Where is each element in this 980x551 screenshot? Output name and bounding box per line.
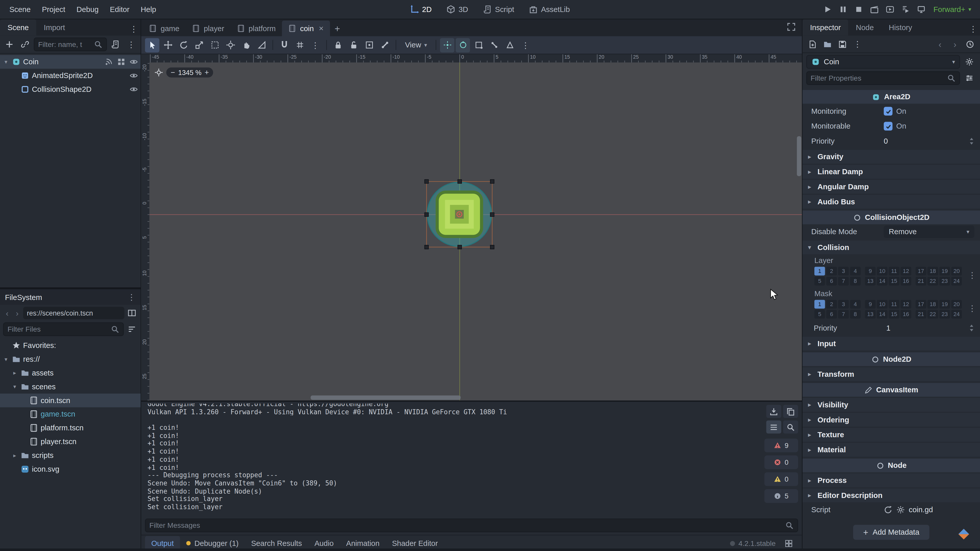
vertical-scrollbar[interactable] — [797, 62, 801, 394]
eye-icon[interactable] — [129, 57, 138, 66]
expand-arrow-icon[interactable]: ▾ — [3, 59, 10, 65]
mask-bit-22[interactable]: 22 — [928, 310, 938, 319]
pause-button[interactable] — [836, 2, 851, 17]
resize-handle[interactable] — [490, 179, 494, 184]
file-filter-input[interactable] — [7, 326, 108, 333]
resize-handle[interactable] — [425, 213, 429, 217]
select-tool-button[interactable] — [145, 38, 159, 52]
number-field[interactable]: 0 — [884, 137, 974, 145]
dropdown-disable-mode[interactable]: Remove▾ — [884, 225, 974, 238]
layer-bit-14[interactable]: 14 — [877, 277, 888, 286]
layer-bit-3[interactable]: 3 — [838, 267, 849, 275]
add-metadata-button[interactable]: +Add Metadata — [853, 525, 929, 540]
resize-handle[interactable] — [425, 179, 429, 184]
file-row-scripts[interactable]: ▸scripts — [0, 448, 141, 462]
property-filter-input[interactable] — [811, 74, 944, 82]
file-row-platform-tscn[interactable]: platform.tscn — [0, 421, 141, 435]
layer-bit-24[interactable]: 24 — [951, 277, 962, 286]
layer-bit-22[interactable]: 22 — [928, 277, 938, 286]
layer-bit-18[interactable]: 18 — [928, 267, 938, 275]
object-history-button[interactable] — [963, 37, 977, 51]
checkbox-checked[interactable] — [884, 107, 892, 116]
scale-tool-button[interactable] — [192, 38, 206, 52]
file-row-assets[interactable]: ▸assets — [0, 366, 141, 380]
rect-select-tool-button[interactable] — [207, 38, 222, 52]
layer-bit-7[interactable]: 7 — [838, 277, 849, 286]
layer-bit-17[interactable]: 17 — [916, 267, 926, 275]
mask-bit-18[interactable]: 18 — [928, 300, 938, 309]
grid-snap-button[interactable] — [293, 38, 307, 52]
center-view-icon[interactable] — [154, 68, 163, 77]
view-menu-button[interactable]: View▾ — [400, 38, 432, 52]
mask-bit-4[interactable]: 4 — [850, 300, 861, 309]
scene-tab-coin[interactable]: coin× — [282, 21, 330, 36]
file-row-coin-tscn[interactable]: coin.tscn — [0, 394, 141, 407]
file-row-favorites[interactable]: Favorites: — [0, 338, 141, 352]
sort-files-button[interactable] — [126, 322, 138, 336]
scene-filter-box[interactable] — [34, 38, 107, 51]
toggle-scale-button[interactable] — [471, 38, 486, 52]
layer-bit-5[interactable]: 5 — [815, 277, 825, 286]
inspector-group-input[interactable]: ▸Input — [802, 337, 980, 351]
layer-bit-9[interactable]: 9 — [865, 267, 876, 275]
menu-help[interactable]: Help — [135, 0, 162, 19]
mask-bit-19[interactable]: 19 — [939, 300, 950, 309]
scene-tab-platform[interactable]: platform — [231, 21, 282, 36]
menu-debug[interactable]: Debug — [71, 0, 104, 19]
layer-bit-16[interactable]: 16 — [900, 277, 912, 286]
ungroup-selected-button[interactable] — [377, 38, 392, 52]
horizontal-scrollbar[interactable] — [149, 395, 795, 400]
object-tools-button[interactable] — [963, 55, 976, 69]
expand-arrow-icon[interactable]: ▸ — [11, 370, 18, 376]
menu-scene[interactable]: Scene — [4, 0, 36, 19]
layer-bit-4[interactable]: 4 — [850, 267, 861, 275]
save-log-button[interactable] — [766, 405, 781, 418]
mask-bit-24[interactable]: 24 — [951, 310, 962, 319]
workspace-assetlib[interactable]: AssetLib — [523, 3, 576, 16]
lock-button[interactable] — [331, 38, 345, 52]
scene-node-row-coin[interactable]: ▾Coin — [0, 55, 141, 69]
tab-import[interactable]: Import — [36, 19, 73, 36]
inspector-group-texture[interactable]: ▸Texture — [802, 428, 980, 442]
inspector-group-gravity[interactable]: ▸Gravity — [802, 150, 980, 164]
tab-menu-dots[interactable]: ⋮ — [966, 22, 980, 36]
remote-debug-button[interactable] — [914, 2, 929, 17]
inspector-group-editor-description[interactable]: ▸Editor Description — [802, 489, 980, 502]
pivot-tool-button[interactable] — [223, 38, 237, 52]
snap-options-button[interactable]: ⋮ — [308, 38, 322, 52]
menu-editor[interactable]: Editor — [104, 0, 135, 19]
expand-arrow-icon[interactable]: ▸ — [11, 452, 18, 458]
filesystem-menu-dots[interactable]: ⋮ — [127, 293, 136, 301]
layer-bit-19[interactable]: 19 — [939, 267, 950, 275]
resize-handle[interactable] — [458, 245, 462, 249]
mask-bit-14[interactable]: 14 — [877, 310, 888, 319]
file-row-res[interactable]: ▾res:// — [0, 352, 141, 366]
pan-tool-button[interactable] — [239, 38, 253, 52]
refresh-icon[interactable] — [884, 505, 892, 514]
edited-object-dropdown[interactable]: Coin ▾ — [806, 55, 960, 69]
menu-project[interactable]: Project — [36, 0, 71, 19]
toggle-ik-button[interactable] — [503, 38, 517, 52]
nav-forward-button[interactable]: › — [13, 308, 21, 318]
resize-handle[interactable] — [490, 245, 494, 249]
canvas[interactable]: − 1345 % + — [149, 62, 802, 400]
scene-node-row-collisionshape2d[interactable]: CollisionShape2D — [0, 83, 141, 96]
instance-scene-button[interactable] — [18, 38, 32, 51]
mask-bit-10[interactable]: 10 — [877, 300, 888, 309]
mask-bit-15[interactable]: 15 — [889, 310, 899, 319]
output-log[interactable]: Godot Engine v4.2.1.stable.official - ht… — [145, 403, 762, 516]
message-filter-box[interactable] — [145, 519, 798, 532]
collapse-duplicates-button[interactable] — [766, 421, 781, 433]
layer-options-dots[interactable]: ⋮ — [968, 267, 976, 279]
v-scroll-thumb[interactable] — [797, 136, 801, 176]
mask-bit-5[interactable]: 5 — [815, 310, 825, 319]
toggle-rot-button[interactable] — [456, 38, 470, 52]
inspector-group-visibility[interactable]: ▸Visibility — [802, 398, 980, 412]
file-row-game-tscn[interactable]: game.tscn — [0, 407, 141, 421]
resize-handle[interactable] — [458, 179, 462, 184]
zoom-out-button[interactable]: − — [171, 68, 175, 76]
mask-bit-6[interactable]: 6 — [826, 310, 837, 319]
play-custom-button[interactable] — [898, 2, 913, 17]
badge-warnings[interactable]: 0 — [764, 472, 798, 486]
mask-bit-8[interactable]: 8 — [850, 310, 861, 319]
